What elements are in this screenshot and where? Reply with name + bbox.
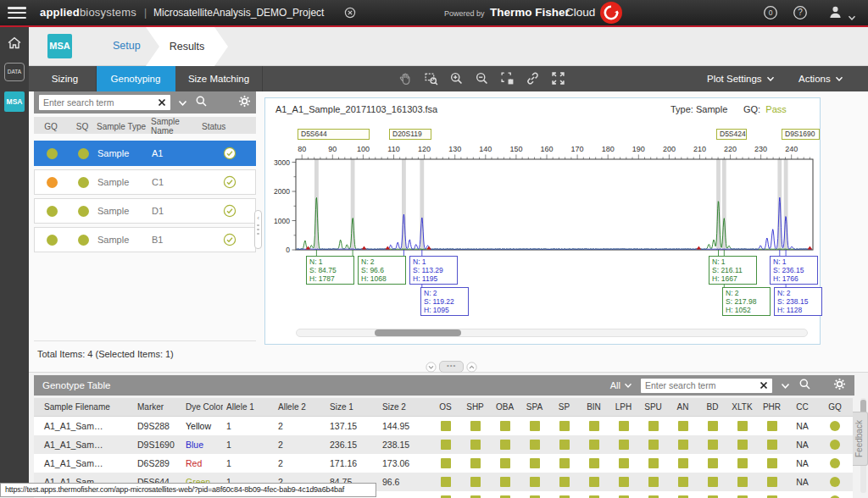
column-header-os[interactable]: OS <box>431 398 460 416</box>
genotype-row[interactable]: A1_A1_Sam…D9S1690Blue12236.15238.15NA <box>34 435 853 454</box>
svg-text:200: 200 <box>663 145 676 153</box>
sample-name-label: B1 <box>152 235 203 245</box>
gq-status-dot <box>830 477 840 487</box>
table-filter-dropdown[interactable]: All <box>610 380 632 390</box>
project-close-icon[interactable] <box>344 7 356 22</box>
column-header-oba[interactable]: OBA <box>490 398 520 416</box>
size1-cell: 236.15 <box>326 435 379 454</box>
collapse-down-icon[interactable] <box>426 362 437 373</box>
quality-flag-square-icon <box>589 440 599 450</box>
svg-text:230: 230 <box>754 145 767 153</box>
zoom-region-icon[interactable] <box>424 71 438 86</box>
search-icon[interactable] <box>798 378 811 394</box>
search-options-chevron-icon[interactable] <box>781 378 790 393</box>
flag-cell <box>727 435 757 454</box>
column-header-an[interactable]: AN <box>668 398 698 416</box>
blue-dye-trace <box>297 197 812 249</box>
marquee-select-icon[interactable] <box>500 71 515 86</box>
zoom-out-icon[interactable] <box>475 71 489 86</box>
column-header-sp[interactable]: SP <box>549 398 579 416</box>
column-header-lph[interactable]: LPH <box>609 398 638 416</box>
column-header-spu[interactable]: SPU <box>638 398 668 416</box>
link-axes-icon[interactable] <box>526 71 540 86</box>
user-menu-chevron-icon[interactable] <box>848 9 856 25</box>
column-header-sample-filename[interactable]: Sample Filename <box>41 398 134 416</box>
search-input[interactable] <box>43 97 158 108</box>
svg-text:90: 90 <box>328 145 337 153</box>
genotype-row[interactable]: A1_A1_Sam…D9S288Yellow12137.15144.95NA <box>34 417 853 435</box>
flag-cell <box>638 491 668 498</box>
flag-cell <box>609 417 638 435</box>
sample-row[interactable]: SampleD1 <box>34 198 256 224</box>
list-settings-gear-icon[interactable] <box>238 95 251 111</box>
quality-flag-square-icon <box>767 440 777 450</box>
tab-genotyping[interactable]: Genotyping <box>97 66 175 91</box>
sample-row[interactable]: SampleA1 <box>34 141 256 166</box>
panel-collapse-handle[interactable]: ‹ <box>254 210 262 249</box>
marker-range-label: D20S119 <box>389 129 431 140</box>
feedback-tab[interactable]: Feedback <box>853 412 868 466</box>
sample-row[interactable]: SampleB1 <box>34 227 256 252</box>
sample-row[interactable]: SampleC1 <box>34 169 256 195</box>
search-icon[interactable] <box>195 95 208 111</box>
scrollbar-thumb[interactable] <box>375 329 461 336</box>
quality-flag-square-icon <box>441 477 451 487</box>
column-header-allele-1[interactable]: Allele 1 <box>223 398 275 416</box>
menu-icon[interactable] <box>8 7 26 19</box>
column-header-bin[interactable]: BIN <box>579 398 609 416</box>
flag-cell <box>579 435 609 454</box>
collapse-up-icon[interactable] <box>466 362 477 373</box>
sq-dot <box>78 148 89 159</box>
svg-text:0: 0 <box>769 8 773 17</box>
sample-list-header: GQ SQ Sample Type Sample Name Status <box>34 117 256 134</box>
nav-item-data[interactable]: DATA <box>4 63 25 81</box>
splitter-drag-handle[interactable]: ••• <box>439 361 464 373</box>
plot-settings-dropdown[interactable]: Plot Settings <box>707 66 775 91</box>
column-header-cc[interactable]: CC <box>787 398 818 416</box>
search-input[interactable] <box>645 380 760 390</box>
column-header-allele-2[interactable]: Allele 2 <box>275 398 326 416</box>
genotype-table-section: Genotype Table All Sample FilenameMarker… <box>29 373 868 498</box>
column-header-shp[interactable]: SHP <box>460 398 490 416</box>
notifications-icon[interactable]: 0 <box>763 5 778 24</box>
quality-flag-square-icon <box>708 440 718 450</box>
marker-cell: D9S288 <box>134 417 182 435</box>
quality-flag-square-icon <box>737 458 748 468</box>
project-name: MicrosatelliteAnalysis_DEMO_Project <box>153 7 324 19</box>
clear-search-icon[interactable] <box>760 378 768 393</box>
help-icon[interactable]: ? <box>793 5 808 24</box>
home-icon[interactable] <box>7 36 22 53</box>
nav-item-msa[interactable]: MSA <box>4 91 25 112</box>
plot-horizontal-scrollbar[interactable] <box>296 329 808 337</box>
pan-icon[interactable] <box>398 71 413 86</box>
tab-size-matching[interactable]: Size Matching <box>175 66 263 91</box>
actions-dropdown[interactable]: Actions <box>798 66 843 91</box>
quality-flag-square-icon <box>470 421 481 431</box>
column-header-dye-color[interactable]: Dye Color <box>182 398 223 416</box>
column-header-gq[interactable]: GQ <box>818 398 852 416</box>
column-header-bd[interactable]: BD <box>698 398 727 416</box>
breadcrumb-step-setup[interactable]: Setup <box>113 40 141 52</box>
gq-status-dot <box>830 421 840 431</box>
search-options-chevron-icon[interactable] <box>178 95 187 110</box>
table-settings-gear-icon[interactable] <box>833 378 846 394</box>
zoom-in-icon[interactable] <box>449 71 464 86</box>
allele2-cell: 2 <box>275 454 326 473</box>
quality-flag-square-icon <box>470 477 481 487</box>
quality-flag-square-icon <box>767 421 777 431</box>
column-header-phr[interactable]: PHR <box>757 398 787 416</box>
fullscreen-icon[interactable] <box>551 71 565 86</box>
tab-sizing[interactable]: Sizing <box>34 66 97 91</box>
genotype-row[interactable]: A1_A1_Sam…D6S289Red12171.16173.06NA <box>34 454 853 473</box>
column-header-marker[interactable]: Marker <box>134 398 182 416</box>
column-header-spa[interactable]: SPA <box>520 398 549 416</box>
column-header-size-1[interactable]: Size 1 <box>326 398 379 416</box>
breadcrumb-step-results[interactable]: Results <box>146 27 228 66</box>
table-search-input[interactable] <box>641 379 772 393</box>
clear-search-icon[interactable] <box>158 95 166 110</box>
user-avatar-icon[interactable] <box>828 5 843 23</box>
column-header-xltk[interactable]: XLTK <box>727 398 757 416</box>
column-header-size-2[interactable]: Size 2 <box>379 398 431 416</box>
sample-search-input[interactable] <box>39 95 170 110</box>
quality-flag-square-icon <box>619 458 629 468</box>
